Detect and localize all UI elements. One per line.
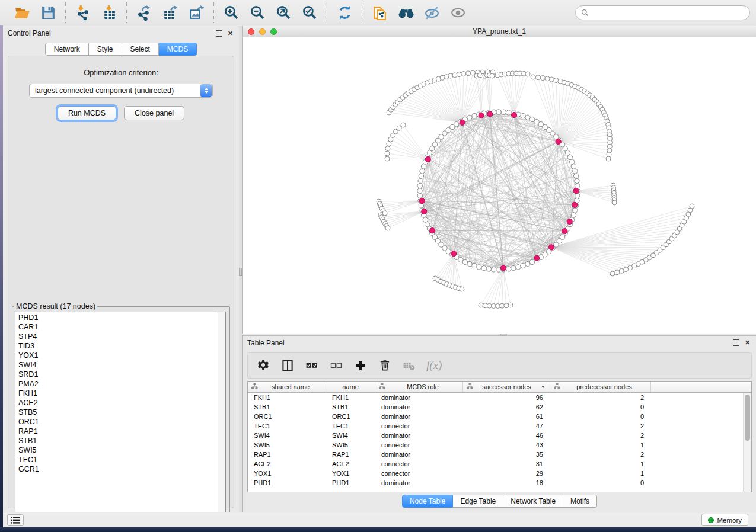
column-header-predecessor-nodes[interactable]: predecessor nodes xyxy=(550,382,651,392)
graph-node[interactable] xyxy=(420,169,425,174)
graph-hub-node[interactable] xyxy=(562,229,567,234)
import-table-button[interactable] xyxy=(98,2,120,23)
graph-node[interactable] xyxy=(525,261,530,266)
graph-satellite-node[interactable] xyxy=(525,72,530,76)
graph-node[interactable] xyxy=(575,178,579,183)
close-panel-button[interactable]: Close panel xyxy=(124,106,184,120)
mcds-result-item[interactable]: YOX1 xyxy=(18,351,225,360)
delete-column-button[interactable] xyxy=(378,358,392,373)
export-table-button[interactable] xyxy=(159,2,181,23)
mcds-result-item[interactable]: PMA2 xyxy=(18,379,225,389)
graph-satellite-node[interactable] xyxy=(385,151,390,156)
graph-node[interactable] xyxy=(573,169,578,174)
graph-hub-node[interactable] xyxy=(567,219,572,224)
graph-node[interactable] xyxy=(529,117,534,121)
graph-node[interactable] xyxy=(472,113,477,118)
graph-node[interactable] xyxy=(417,183,422,188)
deselect-all-button[interactable] xyxy=(329,358,343,373)
graph-node[interactable] xyxy=(472,263,477,268)
mcds-result-item[interactable]: CAR1 xyxy=(18,322,225,332)
mcds-result-item[interactable]: ORC1 xyxy=(18,417,225,427)
table-row[interactable]: YOX1YOX1connector291 xyxy=(248,469,751,478)
graph-satellite-node[interactable] xyxy=(615,270,620,275)
column-header-name[interactable]: name xyxy=(326,382,375,392)
run-mcds-button[interactable]: Run MCDS xyxy=(58,106,116,120)
graph-satellite-node[interactable] xyxy=(612,200,617,205)
mcds-result-item[interactable]: TID3 xyxy=(18,341,225,351)
graph-node[interactable] xyxy=(506,110,511,115)
tab-network[interactable]: Network xyxy=(45,43,89,56)
export-network-button[interactable] xyxy=(133,2,155,23)
tab-edge-table[interactable]: Edge Table xyxy=(453,495,503,508)
column-header-successor-nodes[interactable]: successor nodes xyxy=(463,382,550,392)
graph-satellite-node[interactable] xyxy=(401,123,406,127)
graph-node[interactable] xyxy=(418,178,423,183)
graph-satellite-node[interactable] xyxy=(387,142,391,146)
task-history-button[interactable] xyxy=(7,514,24,526)
graph-satellite-node[interactable] xyxy=(385,226,390,230)
graph-satellite-node[interactable] xyxy=(460,287,464,291)
graph-satellite-node[interactable] xyxy=(452,73,457,78)
graph-satellite-node[interactable] xyxy=(461,72,466,76)
graph-hub-node[interactable] xyxy=(556,139,561,144)
mcds-result-item[interactable]: STP4 xyxy=(18,332,225,341)
eye-off-button[interactable] xyxy=(420,2,443,23)
graph-hub-node[interactable] xyxy=(460,120,465,125)
graph-satellite-node[interactable] xyxy=(385,146,390,151)
mcds-result-listbox[interactable]: PHD1CAR1STP4TID3YOX1SWI4SRD1PMA2FKH1ACE2… xyxy=(15,312,226,524)
graph-node[interactable] xyxy=(571,164,576,169)
graph-hub-node[interactable] xyxy=(422,209,427,214)
float-panel-icon[interactable] xyxy=(216,30,222,37)
minimize-window-icon[interactable] xyxy=(259,28,266,35)
zoom-out-button[interactable] xyxy=(246,2,269,23)
graph-hub-node[interactable] xyxy=(451,251,457,257)
memory-button[interactable]: Memory xyxy=(701,514,748,526)
graph-node[interactable] xyxy=(573,208,578,213)
mcds-result-item[interactable]: SWI4 xyxy=(18,360,225,370)
open-file-button[interactable] xyxy=(11,2,33,23)
tab-node-table[interactable]: Node Table xyxy=(402,495,454,508)
graph-satellite-node[interactable] xyxy=(606,156,611,161)
graph-node[interactable] xyxy=(525,115,530,120)
graph-node[interactable] xyxy=(501,110,506,114)
graph-node[interactable] xyxy=(417,193,422,198)
table-row[interactable]: FKH1FKH1dominator962 xyxy=(248,393,751,402)
graph-node[interactable] xyxy=(477,265,481,270)
table-row[interactable]: STB1STB1dominator620 xyxy=(248,402,751,412)
graph-satellite-node[interactable] xyxy=(540,76,545,81)
mcds-result-item[interactable]: SRD1 xyxy=(18,370,225,379)
graph-hub-node[interactable] xyxy=(487,111,493,117)
mcds-result-item[interactable]: SWI5 xyxy=(18,446,225,455)
graph-node[interactable] xyxy=(506,267,511,271)
graph-node[interactable] xyxy=(571,213,576,217)
graph-node[interactable] xyxy=(467,261,472,266)
graph-hub-node[interactable] xyxy=(534,255,540,261)
table-row[interactable]: SWI5SWI5connector431 xyxy=(248,440,751,450)
tab-select[interactable]: Select xyxy=(122,43,159,56)
graph-node[interactable] xyxy=(423,217,428,222)
graph-node[interactable] xyxy=(573,174,578,178)
graph-node[interactable] xyxy=(516,265,521,270)
table-options-gear-button[interactable] xyxy=(256,358,270,373)
graph-satellite-node[interactable] xyxy=(508,303,513,307)
float-table-panel-icon[interactable] xyxy=(733,339,739,346)
graph-node[interactable] xyxy=(491,267,496,272)
graph-hub-node[interactable] xyxy=(572,202,578,207)
graph-node[interactable] xyxy=(496,110,501,114)
zoom-check-button[interactable] xyxy=(298,2,321,23)
graph-satellite-node[interactable] xyxy=(535,75,540,80)
close-table-panel-icon[interactable]: ✕ xyxy=(744,339,751,347)
network-titlebar[interactable]: YPA_prune.txt_1 xyxy=(243,26,756,37)
mcds-result-item[interactable]: ACE2 xyxy=(18,398,225,408)
zoom-fit-button[interactable] xyxy=(272,2,295,23)
graph-node[interactable] xyxy=(511,265,516,270)
maximize-window-icon[interactable] xyxy=(270,28,277,35)
clone-network-button[interactable] xyxy=(368,2,391,23)
horizontal-splitter-handle[interactable] xyxy=(500,334,507,336)
table-scrollbar-thumb[interactable] xyxy=(745,395,750,441)
graph-node[interactable] xyxy=(419,174,423,178)
graph-satellite-node[interactable] xyxy=(397,126,401,130)
table-row[interactable]: ORC1ORC1dominator610 xyxy=(248,412,751,421)
graph-node[interactable] xyxy=(467,115,472,120)
graph-satellite-node[interactable] xyxy=(531,75,535,79)
